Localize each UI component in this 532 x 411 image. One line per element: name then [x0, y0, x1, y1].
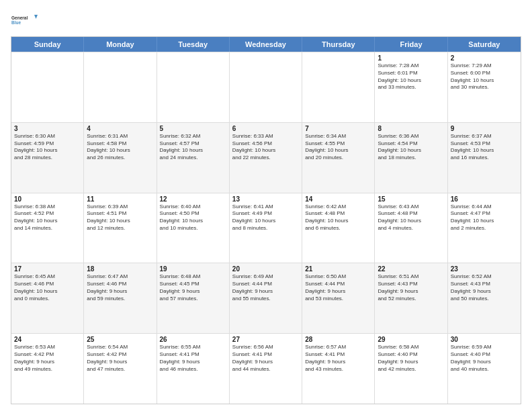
day-info: Sunrise: 6:45 AM Sunset: 4:46 PM Dayligh…: [14, 273, 81, 302]
day-number: 2: [451, 54, 518, 62]
day-info: Sunrise: 6:38 AM Sunset: 4:52 PM Dayligh…: [14, 203, 81, 232]
page: General Blue SundayMondayTuesdayWednesda…: [0, 0, 532, 411]
day-cell-19: 19Sunrise: 6:48 AM Sunset: 4:45 PM Dayli…: [157, 263, 230, 333]
day-number: 3: [14, 125, 81, 132]
svg-marker-2: [34, 15, 38, 19]
empty-cell: [230, 52, 302, 122]
svg-text:General: General: [11, 15, 28, 20]
week-row-4: 17Sunrise: 6:45 AM Sunset: 4:46 PM Dayli…: [11, 263, 521, 333]
day-cell-3: 3Sunrise: 6:30 AM Sunset: 4:59 PM Daylig…: [11, 123, 84, 193]
day-info: Sunrise: 6:37 AM Sunset: 4:53 PM Dayligh…: [451, 133, 518, 162]
day-number: 22: [378, 265, 444, 273]
day-info: Sunrise: 6:30 AM Sunset: 4:59 PM Dayligh…: [14, 133, 81, 162]
day-info: Sunrise: 6:36 AM Sunset: 4:54 PM Dayligh…: [378, 133, 444, 162]
day-cell-5: 5Sunrise: 6:32 AM Sunset: 4:57 PM Daylig…: [157, 123, 230, 193]
day-info: Sunrise: 6:43 AM Sunset: 4:48 PM Dayligh…: [378, 203, 444, 232]
logo-svg: General Blue: [11, 8, 38, 32]
day-number: 10: [14, 195, 81, 203]
day-number: 1: [378, 54, 444, 62]
calendar: SundayMondayTuesdayWednesdayThursdayFrid…: [11, 36, 521, 404]
day-number: 12: [160, 195, 226, 203]
header-day-friday: Friday: [375, 37, 447, 52]
header-day-thursday: Thursday: [302, 37, 375, 52]
week-row-2: 3Sunrise: 6:30 AM Sunset: 4:59 PM Daylig…: [11, 122, 521, 193]
day-number: 29: [378, 336, 444, 343]
calendar-header-row: SundayMondayTuesdayWednesdayThursdayFrid…: [11, 37, 521, 52]
day-info: Sunrise: 6:49 AM Sunset: 4:44 PM Dayligh…: [232, 273, 299, 302]
day-cell-17: 17Sunrise: 6:45 AM Sunset: 4:46 PM Dayli…: [11, 263, 84, 333]
day-cell-1: 1Sunrise: 7:28 AM Sunset: 6:01 PM Daylig…: [375, 52, 447, 122]
day-info: Sunrise: 6:50 AM Sunset: 4:44 PM Dayligh…: [305, 273, 371, 302]
day-number: 13: [232, 195, 299, 203]
day-info: Sunrise: 6:41 AM Sunset: 4:49 PM Dayligh…: [232, 203, 299, 232]
day-number: 25: [87, 336, 153, 343]
day-cell-15: 15Sunrise: 6:43 AM Sunset: 4:48 PM Dayli…: [375, 193, 447, 263]
day-cell-26: 26Sunrise: 6:55 AM Sunset: 4:41 PM Dayli…: [157, 334, 230, 404]
day-cell-28: 28Sunrise: 6:57 AM Sunset: 4:41 PM Dayli…: [302, 334, 375, 404]
day-number: 20: [232, 265, 299, 273]
day-number: 19: [160, 265, 226, 273]
day-info: Sunrise: 6:59 AM Sunset: 4:40 PM Dayligh…: [451, 344, 518, 373]
day-cell-2: 2Sunrise: 7:29 AM Sunset: 6:00 PM Daylig…: [448, 52, 521, 122]
day-number: 11: [87, 195, 153, 203]
day-cell-11: 11Sunrise: 6:39 AM Sunset: 4:51 PM Dayli…: [84, 193, 157, 263]
day-number: 23: [451, 265, 518, 273]
day-info: Sunrise: 6:39 AM Sunset: 4:51 PM Dayligh…: [87, 203, 153, 232]
day-cell-30: 30Sunrise: 6:59 AM Sunset: 4:40 PM Dayli…: [448, 334, 521, 404]
svg-text:Blue: Blue: [11, 20, 21, 25]
day-info: Sunrise: 6:33 AM Sunset: 4:56 PM Dayligh…: [232, 133, 299, 162]
day-info: Sunrise: 6:48 AM Sunset: 4:45 PM Dayligh…: [160, 273, 226, 302]
day-cell-8: 8Sunrise: 6:36 AM Sunset: 4:54 PM Daylig…: [375, 123, 447, 193]
day-info: Sunrise: 6:32 AM Sunset: 4:57 PM Dayligh…: [160, 133, 226, 162]
day-cell-6: 6Sunrise: 6:33 AM Sunset: 4:56 PM Daylig…: [230, 123, 302, 193]
day-cell-23: 23Sunrise: 6:52 AM Sunset: 4:43 PM Dayli…: [448, 263, 521, 333]
day-info: Sunrise: 6:57 AM Sunset: 4:41 PM Dayligh…: [305, 344, 371, 373]
day-info: Sunrise: 6:58 AM Sunset: 4:40 PM Dayligh…: [378, 344, 444, 373]
day-cell-20: 20Sunrise: 6:49 AM Sunset: 4:44 PM Dayli…: [230, 263, 302, 333]
day-cell-10: 10Sunrise: 6:38 AM Sunset: 4:52 PM Dayli…: [11, 193, 84, 263]
day-info: Sunrise: 6:47 AM Sunset: 4:46 PM Dayligh…: [87, 273, 153, 302]
day-cell-9: 9Sunrise: 6:37 AM Sunset: 4:53 PM Daylig…: [448, 123, 521, 193]
day-number: 27: [232, 336, 299, 343]
day-cell-18: 18Sunrise: 6:47 AM Sunset: 4:46 PM Dayli…: [84, 263, 157, 333]
day-number: 28: [305, 336, 371, 343]
header: General Blue: [11, 8, 521, 32]
day-number: 9: [451, 125, 518, 132]
day-number: 7: [305, 125, 371, 132]
day-info: Sunrise: 6:56 AM Sunset: 4:41 PM Dayligh…: [232, 344, 299, 373]
day-cell-7: 7Sunrise: 6:34 AM Sunset: 4:55 PM Daylig…: [302, 123, 375, 193]
day-number: 24: [14, 336, 81, 343]
week-row-3: 10Sunrise: 6:38 AM Sunset: 4:52 PM Dayli…: [11, 193, 521, 263]
day-cell-22: 22Sunrise: 6:51 AM Sunset: 4:43 PM Dayli…: [375, 263, 447, 333]
day-info: Sunrise: 6:54 AM Sunset: 4:42 PM Dayligh…: [87, 344, 153, 373]
day-info: Sunrise: 6:44 AM Sunset: 4:47 PM Dayligh…: [451, 203, 518, 232]
day-info: Sunrise: 6:34 AM Sunset: 4:55 PM Dayligh…: [305, 133, 371, 162]
empty-cell: [11, 52, 84, 122]
day-cell-12: 12Sunrise: 6:40 AM Sunset: 4:50 PM Dayli…: [157, 193, 230, 263]
day-info: Sunrise: 6:40 AM Sunset: 4:50 PM Dayligh…: [160, 203, 226, 232]
day-cell-16: 16Sunrise: 6:44 AM Sunset: 4:47 PM Dayli…: [448, 193, 521, 263]
day-cell-14: 14Sunrise: 6:42 AM Sunset: 4:48 PM Dayli…: [302, 193, 375, 263]
day-number: 21: [305, 265, 371, 273]
day-info: Sunrise: 6:31 AM Sunset: 4:58 PM Dayligh…: [87, 133, 153, 162]
day-cell-24: 24Sunrise: 6:53 AM Sunset: 4:42 PM Dayli…: [11, 334, 84, 404]
week-row-5: 24Sunrise: 6:53 AM Sunset: 4:42 PM Dayli…: [11, 333, 521, 404]
day-cell-13: 13Sunrise: 6:41 AM Sunset: 4:49 PM Dayli…: [230, 193, 302, 263]
day-number: 8: [378, 125, 444, 132]
empty-cell: [302, 52, 375, 122]
day-number: 6: [232, 125, 299, 132]
day-info: Sunrise: 7:28 AM Sunset: 6:01 PM Dayligh…: [378, 62, 444, 91]
day-info: Sunrise: 6:55 AM Sunset: 4:41 PM Dayligh…: [160, 344, 226, 373]
empty-cell: [84, 52, 157, 122]
week-row-1: 1Sunrise: 7:28 AM Sunset: 6:01 PM Daylig…: [11, 52, 521, 122]
day-info: Sunrise: 6:52 AM Sunset: 4:43 PM Dayligh…: [451, 273, 518, 302]
day-number: 14: [305, 195, 371, 203]
day-cell-21: 21Sunrise: 6:50 AM Sunset: 4:44 PM Dayli…: [302, 263, 375, 333]
day-number: 15: [378, 195, 444, 203]
day-number: 18: [87, 265, 153, 273]
header-day-tuesday: Tuesday: [157, 37, 230, 52]
day-number: 4: [87, 125, 153, 132]
header-day-saturday: Saturday: [448, 37, 521, 52]
day-cell-29: 29Sunrise: 6:58 AM Sunset: 4:40 PM Dayli…: [375, 334, 447, 404]
day-info: Sunrise: 6:53 AM Sunset: 4:42 PM Dayligh…: [14, 344, 81, 373]
